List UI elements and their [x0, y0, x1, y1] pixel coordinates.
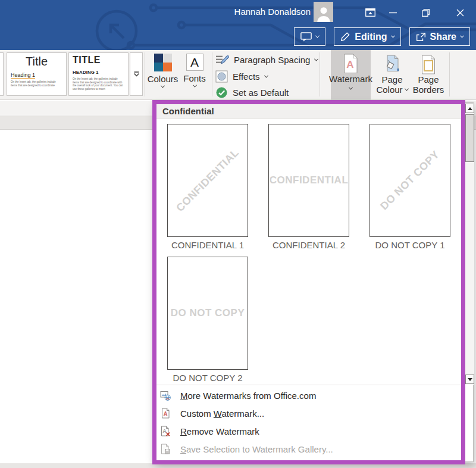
menu-item-label: More Watermarks from Office.com: [180, 391, 316, 401]
editing-label: Editing: [355, 32, 387, 42]
editing-button[interactable]: Editing: [334, 27, 400, 46]
watermark-thumbnail[interactable]: CONFIDENTIALCONFIDENTIAL 1: [167, 124, 248, 250]
svg-text:A: A: [346, 59, 353, 70]
colours-label: Colours: [148, 74, 178, 84]
menu-item[interactable]: ARemove Watermark: [154, 422, 473, 440]
colours-button[interactable]: Colours: [146, 51, 179, 88]
share-button[interactable]: Share: [409, 27, 470, 46]
pencil-icon: [340, 32, 350, 42]
minimize-icon: [389, 12, 397, 14]
watermark-button[interactable]: A Watermark: [331, 50, 371, 100]
menu-item[interactable]: More Watermarks from Office.com: [154, 386, 473, 404]
svg-text:A: A: [163, 411, 167, 417]
gallery-more-icon: [133, 71, 140, 77]
chevron-down-icon: [161, 84, 165, 88]
menu-item-label: Custom Watermark...: [180, 408, 264, 419]
chevron-down-icon: [264, 74, 268, 78]
fonts-button[interactable]: A Fonts: [180, 51, 209, 88]
office-gallery-icon: [160, 390, 171, 401]
ribbon-display-options-icon: [365, 8, 375, 17]
ribbon-design-tab: On the Insert tab, the galleries include…: [0, 50, 476, 100]
comment-icon: [300, 32, 312, 42]
close-button[interactable]: [451, 5, 469, 20]
comments-button[interactable]: [294, 27, 325, 46]
effects-label: Effects: [233, 71, 260, 82]
effects-button[interactable]: Effects: [215, 70, 268, 83]
chevron-down-icon: [349, 86, 353, 90]
watermark-label: Watermark: [329, 74, 372, 84]
triangle-down-icon: [468, 378, 472, 381]
style-gallery-more-button[interactable]: [130, 52, 143, 96]
close-icon: [456, 9, 464, 17]
share-label: Share: [430, 32, 456, 42]
menu-separator: [155, 385, 462, 385]
bottom-strip: [0, 463, 476, 468]
ribbon-separator: [320, 52, 320, 96]
chevron-down-icon: [390, 34, 394, 38]
chevron-down-icon: [192, 83, 196, 88]
word-window: Hannah Donaldson: [0, 0, 476, 468]
fonts-icon: A: [186, 54, 203, 71]
triangle-up-icon: [468, 107, 472, 110]
ribbon-separator: [212, 52, 212, 96]
ribbon-separator: [449, 52, 450, 96]
person-icon: [315, 4, 333, 22]
menu-item-label: Remove Watermark: [180, 426, 259, 436]
set-as-default-button[interactable]: Set as Default: [215, 86, 289, 99]
watermark-dropdown: CONFIDENTIALCONFIDENTIAL 1CONFIDENTIALCO…: [154, 102, 474, 462]
paragraph-spacing-button[interactable]: Paragraph Spacing: [215, 54, 318, 65]
fonts-label: Fonts: [183, 73, 206, 83]
chevron-down-icon: [460, 34, 464, 38]
page-colour-icon: [383, 55, 401, 74]
restore-icon: [422, 9, 430, 17]
share-icon: [416, 32, 426, 42]
colours-icon: [154, 54, 172, 71]
watermark-thumbnail-label: DO NOT COPY 1: [369, 240, 450, 250]
scrollbar-thumb[interactable]: [465, 114, 474, 162]
custom-watermark-icon: A: [160, 408, 171, 419]
style-thumbnail-title[interactable]: Title Heading 1 On the Insert tab, the g…: [7, 52, 67, 96]
watermark-gallery: CONFIDENTIALCONFIDENTIAL 1CONFIDENTIALCO…: [154, 103, 464, 385]
restore-button[interactable]: [416, 5, 434, 20]
watermark-preview-page: CONFIDENTIAL: [268, 124, 349, 237]
page-borders-icon: [420, 55, 437, 74]
style-thumbnail-title-caps[interactable]: TITLE HEADING 1 On the Insert tab, the g…: [68, 52, 129, 96]
minimize-button[interactable]: [384, 5, 402, 20]
watermark-thumbnail[interactable]: DO NOT COPYDO NOT COPY 2: [167, 257, 248, 383]
user-name: Hannah Donaldson: [234, 7, 311, 17]
ribbon-separator: [145, 52, 145, 96]
watermark-preview-page: CONFIDENTIAL: [167, 124, 248, 237]
watermark-thumbnail-label: DO NOT COPY 2: [167, 373, 248, 383]
watermark-thumbnail-label: CONFIDENTIAL 2: [268, 240, 349, 250]
chevron-down-icon: [315, 34, 320, 38]
watermark-thumbnail[interactable]: CONFIDENTIALCONFIDENTIAL 2: [268, 124, 349, 250]
watermark-text: DO NOT COPY: [171, 307, 245, 319]
watermark-text: CONFIDENTIAL: [270, 174, 349, 186]
menu-item: Save Selection to Watermark Gallery...: [154, 440, 473, 458]
page-colour-button[interactable]: Page Colour: [374, 50, 411, 95]
paragraph-spacing-label: Paragraph Spacing: [234, 55, 310, 65]
ribbon-display-options-button[interactable]: [361, 5, 379, 20]
gallery-scrollbar[interactable]: [464, 103, 474, 385]
remove-watermark-icon: A: [160, 426, 171, 436]
chevron-down-icon: [405, 87, 409, 91]
watermark-thumbnail[interactable]: DO NOT COPYDO NOT COPY 1: [369, 124, 450, 250]
menu-item-label: Save Selection to Watermark Gallery...: [180, 444, 333, 454]
checkmark-icon: [215, 86, 228, 99]
effects-icon: [215, 70, 228, 83]
scroll-up-button[interactable]: [465, 104, 474, 113]
watermark-preview-page: DO NOT COPY: [167, 257, 248, 370]
watermark-menu: More Watermarks from Office.comACustom W…: [154, 386, 473, 458]
watermark-icon: A: [342, 54, 359, 74]
scroll-down-button[interactable]: [465, 375, 474, 384]
menu-item[interactable]: ACustom Watermark...: [154, 404, 473, 422]
style-thumbnail-partial[interactable]: On the Insert tab, the galleries include…: [0, 52, 4, 96]
titlebar-actions: Editing Share: [294, 27, 470, 46]
avatar[interactable]: [314, 2, 333, 22]
watermark-preview-page: DO NOT COPY: [369, 124, 450, 237]
gallery-section-header: Confidential: [154, 103, 464, 119]
page-borders-label-1: Page: [418, 74, 439, 85]
page-borders-button[interactable]: Page Borders: [411, 50, 446, 95]
page-colour-label-1: Page: [381, 74, 402, 85]
paragraph-spacing-icon: [215, 54, 229, 65]
